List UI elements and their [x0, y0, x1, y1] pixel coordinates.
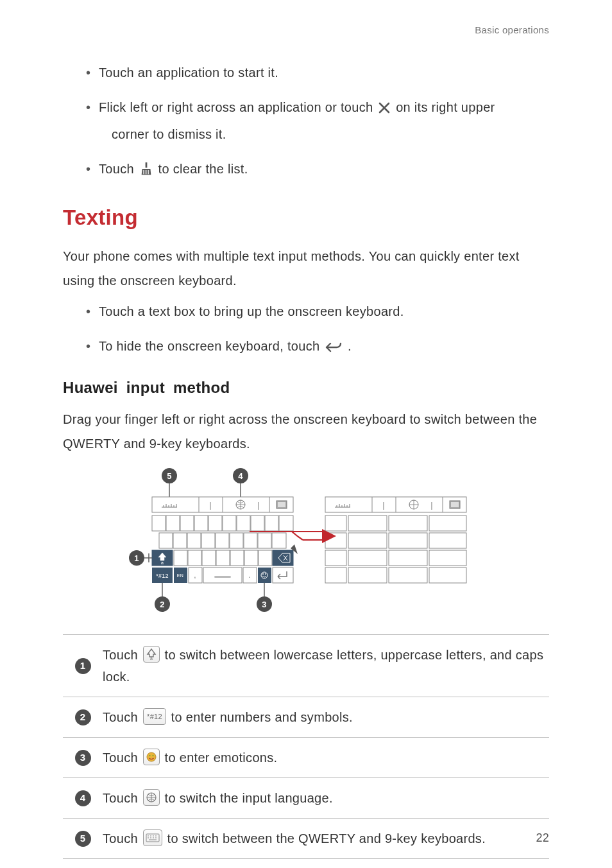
svg-text:.: . [248, 571, 251, 580]
bullet-text-b: . [348, 339, 352, 353]
svg-rect-70 [429, 516, 466, 531]
svg-rect-13 [278, 502, 285, 507]
bullet-start-app: Touch an application to start it. [86, 60, 549, 85]
globe-language-icon [143, 789, 160, 806]
bullet-text: Touch an application to start it. [99, 65, 278, 80]
bullet-text-b: on its right upper [396, 100, 495, 114]
top-bullet-list: Touch an application to start it. Flick … [86, 60, 549, 184]
svg-rect-75 [325, 550, 346, 566]
legend-num-4: 4 [75, 790, 91, 806]
svg-text:,: , [194, 571, 196, 580]
svg-text:EN: EN [177, 573, 183, 578]
bullet-text-c: corner to dismiss it. [112, 122, 549, 146]
svg-rect-39 [230, 550, 244, 566]
diagram-label-1: 1 [134, 553, 139, 563]
svg-text:*#12: *#12 [156, 573, 169, 579]
keyboard-switch-icon [143, 829, 162, 846]
svg-text:|: | [382, 500, 385, 510]
svg-rect-78 [429, 550, 466, 566]
legend-text-3b: to enter emoticons. [165, 751, 278, 765]
legend-row-5: 5 Touch to switch between the QWERTY and… [63, 819, 549, 859]
svg-rect-26 [187, 533, 201, 548]
svg-rect-82 [429, 568, 466, 583]
bullet-hide-keyboard: To hide the onscreen keyboard, touch . [86, 334, 549, 361]
bullet-clear-list: Touch to clear the list. [86, 157, 549, 184]
legend-num-3: 3 [75, 750, 91, 766]
broom-clear-icon [139, 159, 153, 184]
numsym-key-icon: *#12 [143, 708, 166, 725]
section-header: Basic operations [475, 24, 549, 35]
legend-text-5b: to switch between the QWERTY and 9-key k… [167, 831, 486, 846]
svg-rect-29 [230, 533, 243, 548]
svg-text:|: | [257, 500, 260, 510]
svg-text:|: | [209, 500, 212, 510]
legend-text-2b: to enter numbers and symbols. [171, 710, 353, 724]
heading-texting: Texting [63, 205, 549, 230]
heading-huawei-input: Huawei input method [63, 379, 549, 397]
svg-rect-37 [202, 550, 216, 566]
page-number: 22 [536, 831, 549, 845]
diagram-label-3: 3 [262, 600, 267, 609]
svg-rect-76 [348, 550, 387, 566]
svg-rect-41 [259, 550, 272, 566]
svg-rect-68 [348, 516, 387, 531]
diagram-label-4: 4 [238, 471, 243, 481]
legend-text-4a: Touch [103, 791, 142, 805]
svg-rect-25 [173, 533, 187, 548]
svg-text:*#12: *#12 [147, 713, 162, 720]
keyboard-diagram: 5 4 | | [126, 467, 486, 619]
legend-num-2: 2 [75, 709, 91, 725]
svg-rect-18 [208, 516, 222, 531]
legend-text-1b: to switch between lowercase letters, upp… [103, 648, 543, 684]
svg-rect-27 [201, 533, 215, 548]
svg-text:a: a [161, 560, 164, 565]
svg-rect-35 [174, 550, 187, 566]
emoticon-key-icon [143, 749, 160, 765]
bullet-text-b: to clear the list. [158, 162, 248, 176]
svg-rect-30 [244, 533, 257, 548]
legend-text-3a: Touch [103, 751, 142, 765]
diagram-label-5: 5 [167, 471, 172, 481]
svg-rect-73 [389, 533, 427, 548]
svg-rect-40 [244, 550, 258, 566]
svg-point-55 [262, 573, 264, 575]
svg-rect-67 [325, 516, 346, 531]
bullet-text: Touch a text box to bring up the onscree… [99, 304, 404, 318]
bullet-text-a: To hide the onscreen keyboard, touch [99, 339, 323, 353]
svg-point-95 [149, 755, 150, 756]
svg-rect-24 [159, 533, 173, 548]
svg-text:a: a [150, 656, 153, 661]
svg-rect-23 [279, 516, 293, 531]
bullet-dismiss-app: Flick left or right across an applicatio… [86, 95, 549, 146]
svg-rect-16 [180, 516, 194, 531]
texting-bullets: Touch a text box to bring up the onscree… [86, 299, 549, 361]
svg-rect-17 [194, 516, 208, 531]
svg-rect-79 [325, 568, 346, 583]
legend-row-3: 3 Touch to enter emoticons. [63, 738, 549, 778]
svg-rect-15 [166, 516, 180, 531]
svg-point-94 [147, 752, 156, 761]
svg-rect-72 [348, 533, 387, 548]
bullet-text-a: Touch [99, 162, 138, 176]
svg-rect-19 [223, 516, 236, 531]
huawei-intro: Drag your finger left or right across th… [63, 407, 549, 456]
texting-intro: Your phone comes with multiple text inpu… [63, 244, 549, 293]
svg-rect-81 [389, 568, 427, 583]
svg-rect-14 [152, 516, 166, 531]
svg-rect-74 [429, 533, 466, 548]
bullet-text-a: Flick left or right across an applicatio… [99, 100, 377, 114]
legend-text-5a: Touch [103, 831, 142, 846]
legend-row-2: 2 Touch *#12 to enter numbers and symbol… [63, 697, 549, 738]
legend-text-4b: to switch the input language. [165, 791, 333, 805]
svg-rect-57 [273, 568, 293, 583]
svg-rect-66 [451, 502, 459, 507]
legend-text-1a: Touch [103, 648, 142, 662]
svg-point-56 [265, 573, 266, 575]
shift-caps-icon: a [143, 646, 160, 663]
legend-num-5: 5 [75, 831, 91, 847]
nine-key-keyboard-icon: | | [325, 497, 466, 583]
svg-rect-69 [389, 516, 427, 531]
svg-rect-31 [258, 533, 271, 548]
legend-table: 1 Touch a to switch between lowercase le… [63, 634, 549, 859]
svg-rect-22 [265, 516, 278, 531]
